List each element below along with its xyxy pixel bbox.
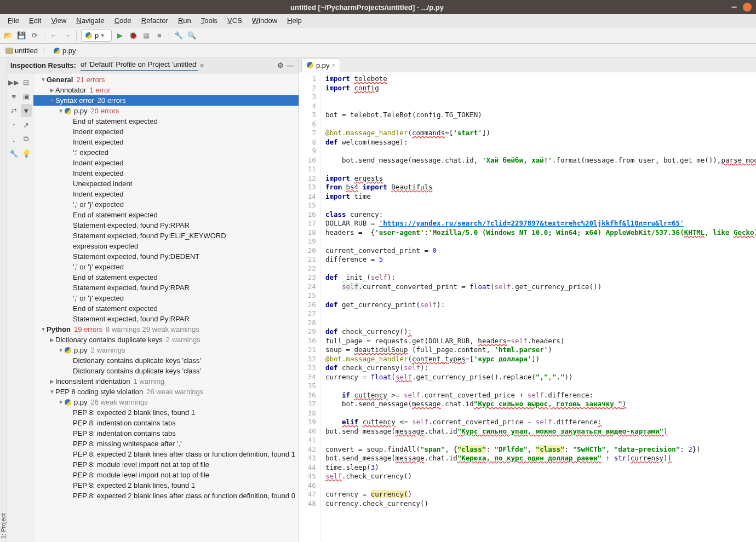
- code-line[interactable]: [325, 147, 756, 156]
- tree-row[interactable]: PEP 8: expected 2 blank lines after clas…: [33, 491, 299, 501]
- code-line[interactable]: [325, 309, 756, 319]
- tree-row[interactable]: ▼p.py20 errors: [33, 106, 299, 116]
- tree-row[interactable]: ▶Inconsistent indentation1 warning: [33, 376, 299, 387]
- menu-file[interactable]: File: [3, 15, 24, 26]
- close-icon[interactable]: [743, 3, 752, 11]
- code-line[interactable]: [325, 165, 756, 174]
- code-line[interactable]: currency.check_currency(): [325, 499, 756, 509]
- tree-row[interactable]: PEP 8: expected 2 blank lines, found 1: [33, 480, 299, 491]
- tree-row[interactable]: Indent expected: [33, 137, 299, 147]
- editor-tab[interactable]: p.py ×: [301, 59, 340, 72]
- bulb-icon[interactable]: 💡: [21, 147, 32, 160]
- search-icon[interactable]: 🔍: [187, 31, 197, 41]
- filter-icon[interactable]: ▼: [21, 104, 32, 117]
- menu-help[interactable]: Help: [283, 15, 306, 26]
- tool-window-strip[interactable]: 1: Project: [0, 58, 7, 542]
- caret-icon[interactable]: ▶: [49, 337, 55, 343]
- inspection-tree[interactable]: ▼General21 errors▶Annotator1 error▼Synta…: [33, 73, 299, 542]
- code-line[interactable]: [325, 264, 756, 274]
- code-line[interactable]: [325, 237, 756, 246]
- code-line[interactable]: import ergests: [325, 174, 756, 183]
- popup-icon[interactable]: ⧉: [21, 132, 32, 146]
- code-line[interactable]: soup = deautidulSoup (full_page.content,…: [325, 345, 756, 355]
- code-line[interactable]: current_converted_print = 0: [325, 246, 756, 256]
- menu-tools[interactable]: Tools: [197, 15, 222, 26]
- caret-icon[interactable]: ▶: [49, 87, 55, 93]
- menu-window[interactable]: Window: [248, 15, 282, 26]
- code-area[interactable]: import teleboteimport config bot = teleb…: [321, 72, 756, 542]
- caret-icon[interactable]: ▼: [40, 77, 47, 83]
- tree-row[interactable]: Statement expected, found Py:RPAR: [33, 220, 299, 230]
- down-icon[interactable]: ↓: [8, 132, 20, 146]
- code-line[interactable]: @bot.massage_handler(content_types=['кур…: [325, 355, 756, 364]
- menu-code[interactable]: Code: [110, 15, 136, 26]
- code-line[interactable]: import time: [325, 192, 756, 201]
- stop-icon[interactable]: ■: [154, 31, 164, 41]
- menu-run[interactable]: Run: [174, 15, 196, 26]
- menu-refactor[interactable]: Refactor: [137, 15, 173, 26]
- code-line[interactable]: full_page = requests.get(DOLLAR_RUB, hea…: [325, 337, 756, 346]
- tree-row[interactable]: Statement expected, found Py:RPAR: [33, 282, 299, 293]
- tree-row[interactable]: Dictionary contains duplicate keys 'clas…: [33, 355, 299, 366]
- code-line[interactable]: headers = {'user-agent':'Mozilla/5.0 (Wi…: [325, 228, 756, 238]
- caret-icon[interactable]: ▼: [58, 108, 64, 114]
- tree-row[interactable]: End of statement expected: [33, 116, 299, 126]
- tree-row[interactable]: expression expected: [33, 241, 299, 251]
- tree-row[interactable]: PEP 8: missing whitespace after ',': [33, 439, 299, 449]
- code-line[interactable]: elif cuttency <= self.corrent_coverted_p…: [325, 418, 756, 427]
- code-line[interactable]: [325, 102, 756, 111]
- up-icon[interactable]: ↑: [8, 118, 20, 131]
- code-line[interactable]: DOLLAR_RUB = 'https://yandex.ru/search/?…: [325, 219, 756, 228]
- tree-row[interactable]: ▶Dictionary contains duplicate keys2 war…: [33, 335, 299, 345]
- close-tab-icon[interactable]: ×: [331, 62, 335, 68]
- code-line[interactable]: [325, 382, 756, 391]
- code-line[interactable]: currency = float(self.get_currency_prise…: [325, 373, 756, 382]
- coverage-icon[interactable]: ▦: [141, 31, 151, 41]
- code-line[interactable]: def welcom(message):: [325, 138, 756, 147]
- breadcrumb-item[interactable]: untitled: [3, 45, 40, 56]
- minimize-icon[interactable]: −: [730, 3, 738, 11]
- back-icon[interactable]: ←: [49, 31, 59, 41]
- tree-row[interactable]: PEP 8: expected 2 blank lines, found 1: [33, 407, 299, 418]
- tree-row[interactable]: PEP 8: module level import not at top of…: [33, 470, 299, 480]
- tree-row[interactable]: ',' or ')' expected: [33, 199, 299, 210]
- hide-icon[interactable]: —: [285, 61, 295, 71]
- tree-row[interactable]: ',' or ')' expected: [33, 262, 299, 272]
- code-line[interactable]: [325, 319, 756, 328]
- open-icon[interactable]: 📂: [3, 31, 13, 41]
- code-line[interactable]: def _init_(self):: [325, 273, 756, 282]
- menu-vcs[interactable]: VCS: [223, 15, 247, 26]
- tree-row[interactable]: ▼Syntax error20 errors: [33, 95, 299, 106]
- caret-icon[interactable]: ▼: [58, 347, 64, 353]
- code-line[interactable]: @bot.massage_handler(commands=['start']): [325, 129, 756, 138]
- code-line[interactable]: currency = currency(): [325, 490, 756, 499]
- tree-row[interactable]: Statement expected, found Py:RPAR: [33, 314, 299, 324]
- tree-row[interactable]: ▼General21 errors: [33, 74, 299, 85]
- code-line[interactable]: import telebote: [325, 74, 756, 84]
- debug-icon[interactable]: 🐞: [128, 31, 138, 41]
- code-line[interactable]: from bs4 import Beautifuls: [325, 183, 756, 192]
- menu-navigate[interactable]: Navigate: [72, 15, 108, 26]
- tree-row[interactable]: Indent expected: [33, 189, 299, 199]
- code-line[interactable]: bot.send_message(message.chat.id"Курс си…: [325, 427, 756, 436]
- inspection-profile[interactable]: of 'Default' Profile on Project 'untitle…: [81, 60, 198, 71]
- code-line[interactable]: bot.send_message(message.chat.id"Керюха,…: [325, 454, 756, 463]
- menu-view[interactable]: View: [47, 15, 71, 26]
- tree-row[interactable]: Statement expected, found Py:ELIF_KEYWOR…: [33, 230, 299, 241]
- code-line[interactable]: self.check_currency(): [325, 472, 756, 481]
- code-line[interactable]: [325, 93, 756, 102]
- run-config-select[interactable]: p ▾: [81, 30, 112, 42]
- code-line[interactable]: [325, 291, 756, 301]
- code-line[interactable]: self.current_converted_print = float(sel…: [325, 282, 756, 292]
- breadcrumb-item[interactable]: p.py: [51, 45, 78, 56]
- tree-row[interactable]: PEP 8: indentation contains tabs: [33, 418, 299, 428]
- tree-row[interactable]: Indent expected: [33, 126, 299, 137]
- group-icon[interactable]: ⇄: [8, 104, 20, 117]
- project-tool-tab[interactable]: 1: Project: [0, 61, 7, 542]
- tree-row[interactable]: ▼PEP 8 coding style violation26 weak war…: [33, 387, 299, 397]
- code-line[interactable]: [325, 120, 756, 129]
- code-line[interactable]: def check_currensy(self):: [325, 364, 756, 373]
- tree-row[interactable]: ▼p.py26 weak warnings: [33, 397, 299, 407]
- tree-row[interactable]: ▶Annotator1 error: [33, 85, 299, 95]
- tree-row[interactable]: ':' expected: [33, 147, 299, 158]
